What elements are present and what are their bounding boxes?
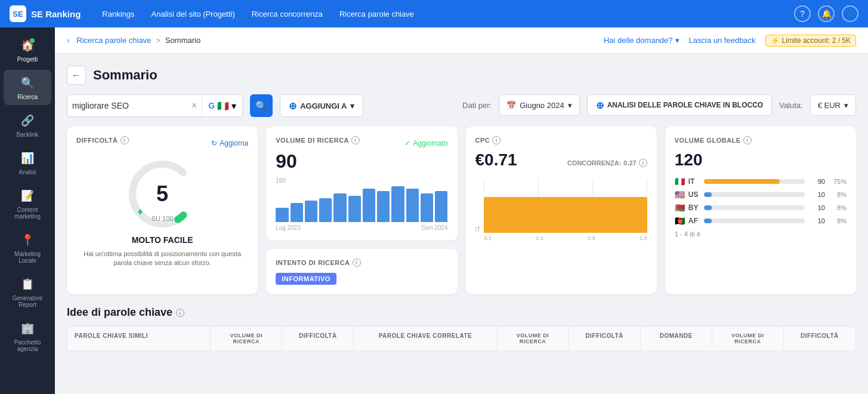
volume-card: VOLUME DI RICERCA i ✓ Aggiornato 90 160: [266, 127, 457, 241]
sidebar-item-generatore-report[interactable]: 📋 Generatore Report: [4, 271, 51, 313]
search-clear-icon[interactable]: ×: [187, 100, 202, 111]
brand-name: SE Ranking: [31, 9, 81, 19]
refresh-button[interactable]: ↻ Aggiorna: [211, 139, 248, 147]
add-to-button[interactable]: ⊕ AGGIUNGI A ▾: [280, 94, 363, 117]
intento-title: INTENTO DI RICERCA i: [276, 258, 447, 267]
add-icon: ⊕: [289, 100, 296, 112]
country-row: 🇦🇫 AF 10 8%: [675, 216, 847, 226]
volume-bar: [406, 189, 419, 222]
limit-badge: ⚡ Limite account: 2 / 5K: [765, 35, 856, 47]
sidebar-item-progetti[interactable]: 🏠 Progetti: [4, 32, 51, 67]
volume-bar: [377, 191, 390, 222]
location-icon: 📍: [19, 232, 36, 248]
home-icon: 🏠: [19, 37, 36, 54]
th-volume-3: VOLUME DI RICERCA: [712, 327, 784, 350]
country-volume: 90: [808, 178, 825, 185]
difficulty-label: MOLTO FACILE: [132, 235, 193, 245]
bulk-analysis-button[interactable]: ⊕ ANALISI DELLE PAROLE CHIAVE IN BLOCCO: [587, 94, 773, 116]
table-header: PAROLE CHIAVE SIMILI VOLUME DI RICERCA D…: [67, 326, 856, 351]
nav-ricerca-parole[interactable]: Ricerca parole chiave: [332, 6, 421, 22]
th-parole-correlate: PAROLE CHIAVE CORRELATE: [354, 327, 497, 350]
cpc-info-icon[interactable]: i: [492, 136, 501, 144]
cpc-title: CPC i: [475, 136, 647, 144]
bulk-plus-icon: ⊕: [596, 100, 604, 111]
gauge-number: 5: [156, 183, 168, 205]
nav-ricerca-concorrenza[interactable]: Ricerca concorrenza: [245, 6, 330, 22]
country-flag-icon: 🇮🇹: [675, 177, 685, 186]
date-picker-button[interactable]: 📅 Giugno 2024 ▾: [499, 94, 579, 116]
sidebar-item-backlink[interactable]: 🔗 Backlink: [4, 107, 51, 143]
data-per-label: Dati per:: [462, 101, 492, 110]
search-button[interactable]: 🔍: [250, 94, 273, 117]
keyword-ideas-title: Idee di parole chiave i: [67, 306, 856, 319]
difficolta-info-icon[interactable]: i: [121, 136, 129, 144]
nav-right-actions: ? 🔔 👤: [794, 5, 858, 22]
help-button[interactable]: Hai delle domande? ▾: [604, 36, 679, 45]
search-input[interactable]: [67, 101, 187, 110]
country-bar-bg: [704, 205, 805, 210]
brand-logo[interactable]: SE SE Ranking: [10, 5, 81, 22]
cpc-x-label-08: 0.8: [640, 235, 647, 245]
sidebar-item-ricerca[interactable]: 🔍 Ricerca: [4, 70, 51, 105]
sidebar-item-marketing-locale[interactable]: 📍 Marketing Locale: [4, 227, 51, 269]
difficolta-header: DIFFICOLTÀ i ↻ Aggiorna: [76, 136, 248, 150]
volume-globale-info-icon[interactable]: i: [743, 136, 752, 144]
country-flag-icon: 🇦🇫: [675, 216, 685, 226]
calendar-icon: 📅: [506, 101, 516, 110]
country-percent: 8%: [829, 217, 847, 224]
bell-icon[interactable]: 🔔: [818, 5, 835, 22]
sidebar-toggle[interactable]: ›: [67, 36, 69, 45]
country-bar-fill: [704, 205, 712, 210]
volume-bar: [435, 191, 447, 222]
check-icon: ✓: [404, 139, 410, 147]
cpc-chart-container: IT: [475, 179, 647, 245]
data-controls: Dati per: 📅 Giugno 2024 ▾ ⊕ ANALISI DELL…: [462, 94, 856, 116]
nav-rankings[interactable]: Rankings: [95, 6, 141, 22]
th-volume-2: VOLUME DI RICERCA: [498, 327, 569, 350]
help-circle-icon[interactable]: ?: [794, 5, 811, 22]
breadcrumb-actions: Hai delle domande? ▾ Lascia un feedback …: [604, 35, 856, 47]
locale-selector[interactable]: G 🇮🇹 ▾: [202, 95, 242, 116]
concorrenza-row: CONCORRENZA: 0.27 i: [567, 159, 647, 167]
user-avatar[interactable]: 👤: [842, 5, 858, 22]
volume-bar: [363, 189, 375, 222]
country-rows: 🇮🇹 IT 90 75% 🇺🇸 US 10 8% 🇧🇾 BY 10 8% �: [675, 177, 847, 226]
breadcrumb-link[interactable]: Ricerca parole chiave: [76, 36, 151, 45]
country-volume: 10: [808, 217, 825, 224]
search-row: × G 🇮🇹 ▾ 🔍 ⊕ AGGIUNGI A: [67, 94, 363, 117]
limit-text: Limite account: 2 / 5K: [782, 36, 851, 45]
country-code: US: [688, 190, 700, 199]
difficolta-title: DIFFICOLTÀ i: [76, 136, 129, 144]
keyword-ideas-info-icon[interactable]: i: [176, 309, 184, 317]
chart-end-label: Gen 2024: [422, 224, 448, 231]
th-volume-1: VOLUME DI RICERCA: [211, 327, 282, 350]
cpc-country-label: IT: [475, 179, 481, 245]
country-percent: 75%: [829, 178, 847, 185]
link-icon: 🔗: [19, 112, 36, 129]
sidebar-item-pacchetto-agenzia[interactable]: 🏢 Pacchetto agenzia: [4, 315, 51, 357]
nav-analisi-sito[interactable]: Analisi del sito (Progetti): [144, 6, 242, 22]
difficulty-description: Hai un'ottima possibilità di posizioname…: [76, 250, 248, 268]
refresh-icon: ↻: [211, 139, 217, 147]
currency-selector[interactable]: € EUR ▾: [810, 94, 856, 116]
intento-info-icon[interactable]: i: [353, 258, 361, 267]
concorrenza-info-icon[interactable]: i: [639, 159, 647, 167]
volume-header: VOLUME DI RICERCA i ✓ Aggiornato: [276, 136, 447, 150]
search-magnifier-icon: 🔍: [255, 100, 267, 112]
th-difficolta-3: DIFFICOLTÀ: [784, 327, 855, 350]
pagination-label: 1 - 4 di 4: [675, 230, 847, 238]
breadcrumb-current: Sommario: [165, 36, 200, 45]
volume-info-icon[interactable]: i: [351, 136, 360, 144]
agency-icon: 🏢: [19, 320, 36, 337]
nav-links: Rankings Analisi del sito (Progetti) Ric…: [95, 6, 780, 22]
sidebar-item-analisi[interactable]: 📊 Analisi: [4, 145, 51, 180]
feedback-button[interactable]: Lascia un feedback: [689, 36, 756, 45]
content-icon: 📝: [19, 187, 36, 204]
country-flag-icon: 🇺🇸: [675, 190, 685, 199]
country-row: 🇮🇹 IT 90 75%: [675, 177, 847, 186]
page-header: ← Sommario: [67, 66, 856, 85]
back-button[interactable]: ←: [67, 66, 86, 85]
sidebar-item-content-marketing[interactable]: 📝 Content marketing: [4, 183, 51, 224]
chart-start-label: Lug 2023: [276, 224, 301, 231]
volume-chart: 160 Lug 2023 Gen 2024: [276, 177, 447, 231]
